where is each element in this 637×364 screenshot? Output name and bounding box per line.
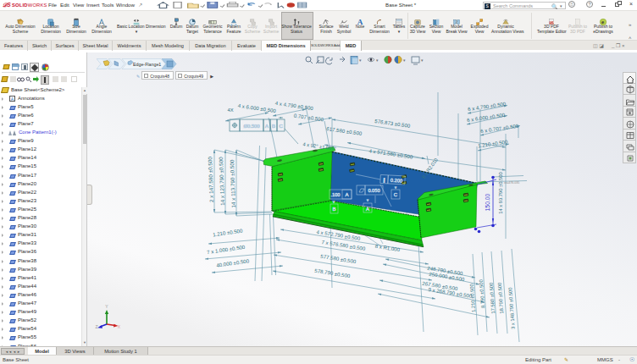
svg-text:0.050: 0.050 <box>368 188 379 193</box>
svg-text:xx=476.035: xx=476.035 <box>504 181 519 185</box>
svg-text:▾: ▾ <box>359 58 362 63</box>
svg-text:C: C <box>279 124 282 129</box>
svg-text:▼: ▼ <box>332 200 335 204</box>
svg-text:Edge-Flange1: Edge-Flange1 <box>133 62 161 67</box>
svg-text:Ø0.500: Ø0.500 <box>243 124 259 129</box>
svg-text:▼: ▼ <box>366 198 369 202</box>
svg-text:A: A <box>366 207 369 212</box>
svg-text:A: A <box>345 192 348 197</box>
svg-text:4X: 4X <box>227 108 233 113</box>
svg-text:14 x 93.790 ±0.500: 14 x 93.790 ±0.500 <box>498 172 503 214</box>
svg-text:B: B <box>272 124 275 129</box>
svg-text:.100: .100 <box>330 192 340 197</box>
svg-text:0.200: 0.200 <box>391 178 403 184</box>
svg-text:C: C <box>394 192 398 197</box>
svg-text:▾: ▾ <box>421 58 424 63</box>
svg-text:Z: Z <box>95 324 97 329</box>
svg-text:150.00: 150.00 <box>485 193 490 211</box>
svg-text:▾: ▾ <box>403 58 406 63</box>
svg-text:A: A <box>357 18 363 26</box>
svg-text:▾: ▾ <box>376 58 379 63</box>
svg-text:B: B <box>332 207 335 212</box>
svg-text:▼: ▼ <box>394 185 397 190</box>
svg-text:PDF: PDF <box>550 21 555 25</box>
svg-text:A: A <box>265 124 269 129</box>
